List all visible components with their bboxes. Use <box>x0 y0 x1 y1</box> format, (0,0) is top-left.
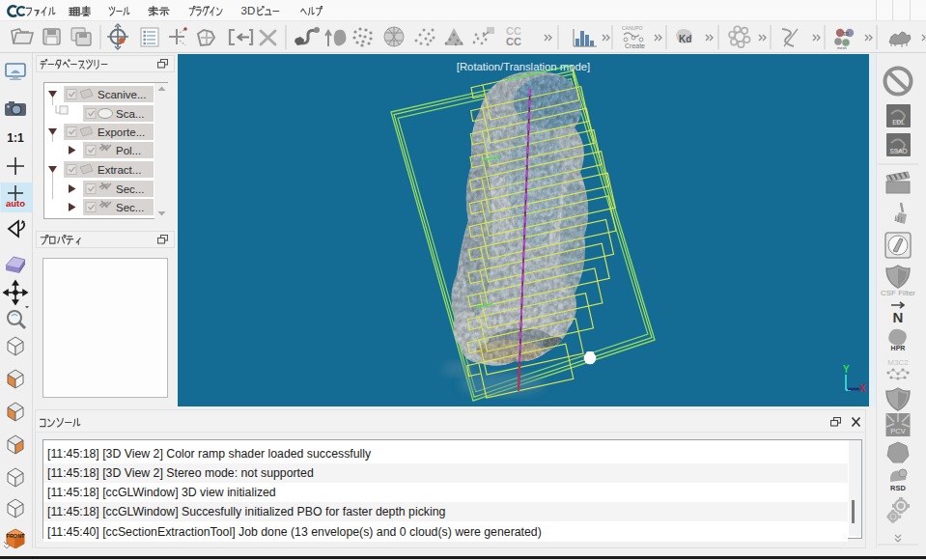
svg-text:auto: auto <box>6 198 25 209</box>
svg-text:mesh: mesh <box>837 45 847 50</box>
svg-text:[Rotation/Translation mode]: [Rotation/Translation mode] <box>457 61 590 72</box>
svg-text:SSAO: SSAO <box>889 148 907 154</box>
svg-text:FRONT: FRONT <box>7 533 26 539</box>
svg-text:N: N <box>893 309 904 325</box>
svg-text:1:1: 1:1 <box>7 131 24 145</box>
svg-text:Sec...: Sec... <box>116 183 144 195</box>
svg-text:Scanive...: Scanive... <box>98 89 147 100</box>
svg-text:Exporte...: Exporte... <box>98 126 145 138</box>
svg-text:PCV: PCV <box>890 427 905 435</box>
svg-text:Sca...: Sca... <box>116 108 144 120</box>
svg-text:RSD: RSD <box>890 484 906 492</box>
svg-text:CSF Filter: CSF Filter <box>881 289 915 297</box>
svg-text:M3C2: M3C2 <box>887 358 909 367</box>
svg-text:HPR: HPR <box>891 345 906 351</box>
svg-text:Y: Y <box>843 364 850 375</box>
svg-text:Extract...: Extract... <box>98 164 141 176</box>
svg-text:X: X <box>859 383 866 394</box>
svg-text:EDL: EDL <box>892 119 905 126</box>
svg-text:CC: CC <box>506 36 521 47</box>
svg-text:Kd: Kd <box>679 34 691 44</box>
svg-text:Pol...: Pol... <box>116 145 141 156</box>
svg-text:Create: Create <box>625 42 645 49</box>
svg-text:3D: 3D <box>843 32 850 37</box>
svg-text:Sec...: Sec... <box>116 202 144 213</box>
svg-text:CANUPO: CANUPO <box>622 25 643 31</box>
